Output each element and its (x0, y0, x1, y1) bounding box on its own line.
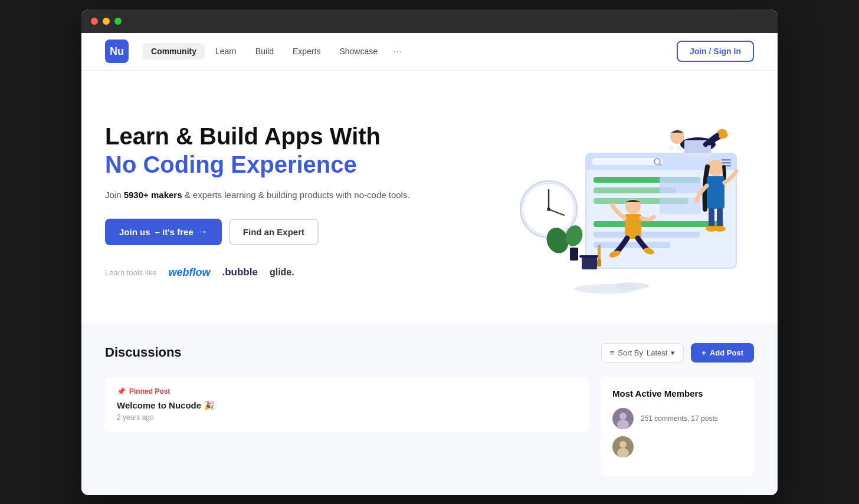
svg-point-49 (614, 282, 649, 289)
member-item-2 (612, 436, 742, 457)
svg-point-39 (707, 160, 724, 176)
nav-item-build[interactable]: Build (247, 43, 282, 60)
member-info: 251 comments, 17 posts (641, 414, 718, 423)
svg-rect-28 (582, 256, 597, 269)
discussions-main: 📌 Pinned Post Welcome to Nucode 🎉 2 year… (105, 377, 589, 476)
svg-rect-29 (579, 255, 599, 258)
svg-rect-20 (594, 221, 723, 227)
btn-sub-text: – it's free (155, 227, 194, 237)
more-menu-button[interactable]: ··· (388, 43, 406, 60)
find-expert-button[interactable]: Find an Expert (229, 219, 319, 245)
close-dot[interactable] (91, 18, 98, 25)
hero-subtitle: Join 5930+ makers & experts learning & b… (105, 188, 410, 202)
nav-item-learn[interactable]: Learn (207, 43, 245, 60)
pinned-post-card: 📌 Pinned Post Welcome to Nucode 🎉 2 year… (105, 377, 589, 432)
browser-window: Nu Community Learn Build Experts Showcas… (81, 9, 778, 495)
discussions-header: Discussions ≡ Sort By Latest ▾ + Add Pos… (105, 343, 754, 363)
svg-rect-24 (660, 197, 701, 214)
svg-rect-46 (625, 214, 641, 239)
sort-icon: ≡ (610, 348, 615, 357)
browser-chrome (81, 9, 778, 33)
sidebar-title: Most Active Members (612, 388, 742, 398)
svg-rect-10 (722, 162, 731, 164)
svg-rect-21 (594, 232, 700, 238)
sort-label: Sort By (618, 348, 643, 357)
svg-point-54 (619, 441, 627, 448)
post-meta: 2 years ago (117, 413, 577, 421)
svg-rect-8 (592, 158, 663, 165)
add-icon: + (701, 348, 706, 357)
nav-items: Community Learn Build Experts Showcase ·… (143, 43, 406, 60)
nav-item-showcase[interactable]: Showcase (331, 43, 386, 60)
svg-point-44 (714, 226, 726, 232)
nav-item-experts[interactable]: Experts (284, 43, 329, 60)
discussions-sidebar: Most Active Members 251 comments, 17 pos… (601, 377, 754, 476)
join-signin-button[interactable]: Join / Sign In (677, 41, 754, 62)
discussions-controls: ≡ Sort By Latest ▾ + Add Post (601, 343, 754, 363)
hero-section: Learn & Build Apps With No Coding Experi… (81, 71, 778, 324)
discussions-section: Discussions ≡ Sort By Latest ▾ + Add Pos… (81, 324, 778, 495)
member-avatar (612, 408, 634, 429)
hero-makers-count: 5930+ makers (124, 190, 182, 200)
svg-rect-22 (594, 242, 670, 248)
hero-title-line2: No Coding Experience (105, 150, 410, 179)
bubble-logo: .bubble (222, 266, 257, 278)
svg-rect-31 (597, 259, 601, 266)
hero-title-line1: Learn & Build Apps With (105, 122, 410, 150)
pinned-label: 📌 Pinned Post (117, 387, 577, 396)
svg-point-14 (669, 146, 674, 150)
svg-rect-23 (660, 177, 701, 193)
minimize-dot[interactable] (103, 18, 110, 25)
sort-button[interactable]: ≡ Sort By Latest ▾ (601, 343, 684, 363)
discussions-title: Discussions (105, 345, 182, 360)
hero-illustration (494, 106, 754, 295)
glide-logo: glide. (270, 267, 294, 278)
tools-row: Learn tools like webflow .bubble glide. (105, 266, 410, 279)
nav-item-community[interactable]: Community (143, 43, 205, 60)
hero-content: Learn & Build Apps With No Coding Experi… (105, 122, 410, 279)
add-post-button[interactable]: + Add Post (691, 343, 754, 363)
navbar: Nu Community Learn Build Experts Showcas… (81, 33, 778, 71)
chevron-down-icon: ▾ (671, 348, 675, 357)
discussions-layout: 📌 Pinned Post Welcome to Nucode 🎉 2 year… (105, 377, 754, 476)
logo[interactable]: Nu (105, 39, 129, 63)
maximize-dot[interactable] (114, 18, 122, 25)
member-avatar-2 (612, 436, 634, 457)
svg-rect-40 (707, 176, 724, 209)
hero-buttons: Join us – it's free → Find an Expert (105, 219, 410, 245)
svg-rect-25 (570, 248, 578, 261)
svg-rect-42 (717, 208, 723, 229)
svg-rect-41 (709, 208, 714, 229)
svg-point-4 (547, 207, 550, 211)
member-item: 251 comments, 17 posts (612, 408, 742, 429)
svg-point-51 (619, 413, 627, 420)
post-title[interactable]: Welcome to Nucode 🎉 (117, 400, 577, 411)
svg-rect-9 (722, 159, 731, 161)
join-us-button[interactable]: Join us – it's free → (105, 219, 222, 245)
svg-point-52 (617, 420, 629, 429)
svg-point-55 (617, 448, 629, 457)
webflow-logo: webflow (168, 266, 210, 279)
arrow-icon: → (198, 226, 208, 237)
sort-value: Latest (647, 348, 667, 357)
pin-icon: 📌 (117, 387, 126, 396)
svg-point-15 (676, 146, 681, 150)
add-post-label: Add Post (710, 348, 743, 357)
nav-left: Nu Community Learn Build Experts Showcas… (105, 39, 406, 63)
tools-label: Learn tools like (105, 268, 156, 277)
